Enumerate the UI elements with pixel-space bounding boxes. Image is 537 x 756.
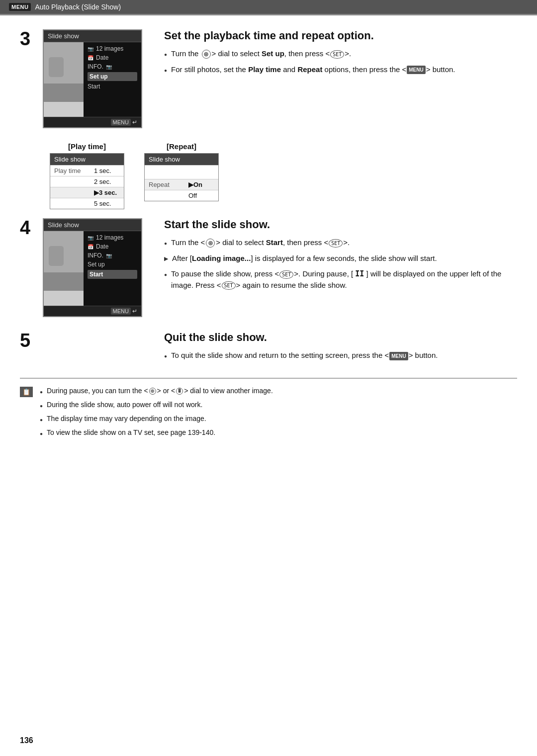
step3-content: Set the playback time and repeat option.…: [164, 29, 517, 80]
step5-title: Quit the slide show.: [164, 331, 517, 344]
step4-number: 4: [20, 218, 38, 237]
repeat-cell-on: ▶On: [184, 179, 218, 190]
step3-camera-screen: Slide show 📷 12 images: [43, 29, 142, 128]
play-time-cell-label: Play time: [50, 166, 90, 176]
step3-left: 3 Slide show 📷 12 images: [20, 29, 149, 128]
camera-screen2-title: Slide show: [44, 219, 141, 231]
note-bullet1: ●: [40, 388, 43, 396]
camera-menu-start: Start: [88, 83, 137, 90]
play-time-row1: Play time 1 sec.: [50, 165, 124, 176]
step4-dial-icon: ◎: [206, 239, 215, 248]
repeat-row1: [145, 165, 218, 179]
play-time-cell-empty3: [50, 187, 90, 198]
step5-bullet1-text: To quit the slide show and return to the…: [171, 350, 438, 361]
step4-bullet2-icon: ▶: [164, 254, 168, 263]
step3-bullet1: ● Turn the ◎> dial to select Set up, the…: [164, 48, 517, 60]
set-btn: SET: [330, 50, 344, 59]
start-label: Start: [266, 238, 283, 247]
step5-bullets: ● To quit the slide show and return to t…: [164, 350, 517, 361]
step3-bullets: ● Turn the ◎> dial to select Set up, the…: [164, 48, 517, 75]
repeat-table: Slide show Repeat ▶On Off: [144, 153, 219, 201]
play-time-cell-1sec: 1 sec.: [90, 166, 124, 176]
camera-menu2-start: Start: [88, 270, 137, 279]
repeat-cell-empty: [145, 190, 184, 201]
step4-camera-screen: Slide show 📷 12 images �: [43, 218, 142, 317]
loading-label: Loading image...: [192, 254, 251, 262]
pause-symbol: II: [355, 269, 364, 278]
play-time-label: [Play time]: [68, 142, 106, 151]
camera-menu-setup: Set up: [88, 72, 137, 81]
step3-number: 3: [20, 29, 38, 48]
header-title: Auto Playback (Slide Show): [35, 3, 121, 11]
play-time-cell-3sec: ▶3 sec.: [90, 187, 124, 198]
step4-bullets: ● Turn the <◎> dial to select Start, the…: [164, 237, 517, 291]
step4-set-btn: SET: [329, 239, 343, 248]
camera-menu2-info: INFO. 📷: [88, 252, 137, 259]
camera-screen2-body: 📷 12 images 📅 Date INFO. 📷 Set up: [44, 231, 141, 306]
camera-menu2-setup: Set up: [88, 261, 137, 268]
setup-label: Set up: [262, 49, 284, 58]
play-time-row3: ▶3 sec.: [50, 187, 124, 198]
camera-menu2-12images: 📷 12 images: [88, 234, 137, 241]
step3-bullet2: ● For still photos, set the Play time an…: [164, 64, 517, 76]
camera-screen1-body: 📷 12 images 📅 Date INFO. 📷 Set up: [44, 42, 141, 117]
camera-footer1: MENU ↵: [44, 117, 141, 127]
notes-list: ● During pause, you can turn the <◎> or …: [40, 386, 273, 441]
note-dial1: ◎: [149, 388, 156, 395]
repeat-table-header: Slide show: [145, 154, 218, 165]
repeat-cell-off: Off: [184, 190, 218, 201]
step3-bullet2-text: For still photos, set the Play time and …: [171, 64, 455, 76]
play-time-block: [Play time] Slide show Play time 1 sec. …: [50, 142, 124, 209]
camera-menu-info: INFO. 📷: [88, 63, 137, 70]
step4-content: Start the slide show. ● Turn the <◎> dia…: [164, 218, 517, 295]
play-time-cell-5sec: 5 sec.: [90, 198, 124, 209]
play-time-row4: 5 sec.: [50, 198, 124, 209]
step3-title: Set the playback time and repeat option.: [164, 29, 517, 42]
camera-menu-items1: 📷 12 images 📅 Date INFO. 📷 Set up: [84, 42, 141, 117]
step4-bullet1: ● Turn the <◎> dial to select Start, the…: [164, 237, 517, 249]
bullet-circle-icon: ●: [164, 51, 167, 58]
play-time-cell-2sec: 2 sec.: [90, 176, 124, 187]
main-content: 3 Slide show 📷 12 images: [0, 15, 537, 455]
bullet-circle-icon2: ●: [164, 67, 167, 74]
step4-set-btn2: SET: [279, 270, 293, 279]
play-time-table-header: Slide show: [50, 154, 124, 165]
play-time-cell-empty4: [50, 198, 90, 209]
step5-content: Quit the slide show. ● To quit the slide…: [164, 331, 517, 366]
step5-left-spacer: 5: [20, 331, 149, 350]
note-text4: To view the slide show on a TV set, see …: [47, 427, 215, 438]
note-item3: ● The display time may vary depending on…: [40, 414, 273, 424]
step4-bullet2: ▶ After [Loading image...] is displayed …: [164, 253, 517, 264]
step4-set-btn3: SET: [222, 281, 236, 290]
step3-section: 3 Slide show 📷 12 images: [20, 29, 517, 128]
step3-bullet1-text: Turn the ◎> dial to select Set up, then …: [171, 48, 351, 60]
note-bullet2: ●: [40, 402, 43, 410]
camera-thumbnail2: [44, 231, 84, 306]
play-time-table: Slide show Play time 1 sec. 2 sec. ▶3 se…: [50, 153, 124, 209]
notes-icon: 📋: [20, 387, 33, 397]
step5-number: 5: [20, 330, 30, 351]
repeat-cell-label: Repeat: [145, 179, 184, 190]
camera-menu-items2: 📷 12 images 📅 Date INFO. 📷 Set up: [84, 231, 141, 306]
repeat-block: [Repeat] Slide show Repeat ▶On Off: [144, 142, 219, 209]
play-time-cell-empty2: [50, 176, 90, 187]
dial-icon: ◎: [202, 50, 211, 59]
step4-bullet3-text: To pause the slide show, press <SET>. Du…: [171, 268, 517, 291]
camera-menu2-date: 📅 Date: [88, 243, 137, 250]
menu-btn-inline: MENU: [407, 66, 425, 74]
note-item1: ● During pause, you can turn the <◎> or …: [40, 386, 273, 396]
step5-menu-btn: MENU: [389, 352, 408, 360]
step4-bullet3-icon: ●: [164, 271, 167, 278]
step4-bullet1-icon: ●: [164, 240, 167, 247]
menu-icon: MENU: [9, 3, 31, 11]
repeat-label: [Repeat]: [167, 142, 196, 151]
step4-bullet3: ● To pause the slide show, press <SET>. …: [164, 268, 517, 291]
step4-section: 4 Slide show 📷 12 images: [20, 218, 517, 317]
step4-left: 4 Slide show 📷 12 images: [20, 218, 149, 317]
step5-bullet1-icon: ●: [164, 352, 167, 360]
page-number: 136: [20, 736, 33, 745]
step4-bullet2-text: After [Loading image...] is displayed fo…: [172, 253, 437, 264]
step4-bullet1-text: Turn the <◎> dial to select Start, then …: [171, 237, 350, 249]
repeat-label-inline: Repeat: [297, 65, 322, 74]
camera-screen1-title: Slide show: [44, 30, 141, 42]
